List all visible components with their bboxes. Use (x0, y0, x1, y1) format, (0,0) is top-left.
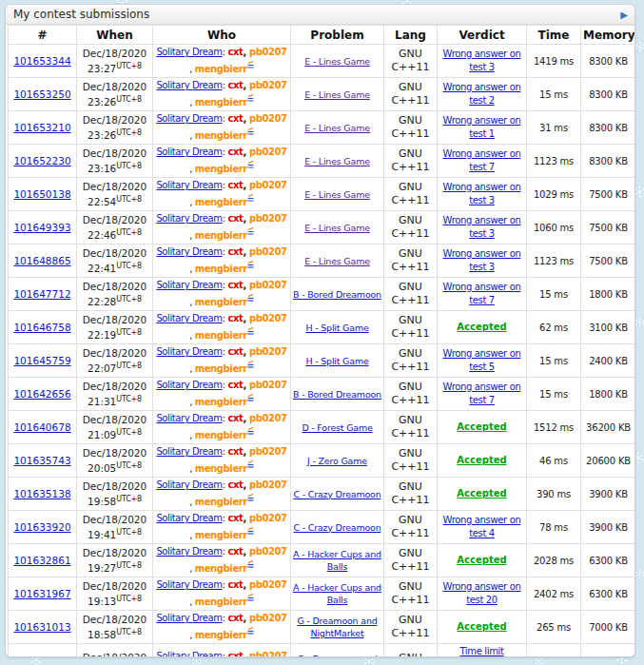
team-link[interactable]: Solitary Dream (156, 246, 222, 257)
team-link[interactable]: Solitary Dream (156, 651, 222, 657)
member-handle[interactable]: cxt (227, 380, 243, 390)
submission-id-link[interactable]: 101649393 (13, 222, 70, 233)
submission-id-link[interactable]: 101631013 (13, 621, 70, 633)
team-link[interactable]: Solitary Dream (156, 479, 222, 490)
verdict-link[interactable]: Wrong answer ontest 20 (443, 581, 521, 605)
problem-link[interactable]: B - Bored Dreamoon (293, 289, 381, 300)
team-link[interactable]: Solitary Dream (156, 147, 222, 157)
member-handle[interactable]: mengbierr (195, 397, 247, 407)
member-handle[interactable]: cxt (227, 313, 243, 323)
verdict-link[interactable]: Wrong answer ontest 3 (443, 182, 521, 205)
verdict-link[interactable]: Wrong answer ontest 1 (443, 115, 521, 139)
team-link[interactable]: Solitary Dream (156, 613, 222, 623)
problem-link[interactable]: A - Hacker Cups and Balls (293, 549, 381, 572)
submission-id-link[interactable]: 101642656 (13, 388, 70, 400)
member-handle[interactable]: pb0207 (249, 280, 287, 290)
member-handle[interactable]: mengbierr (195, 430, 247, 440)
member-handle[interactable]: cxt (227, 479, 243, 490)
member-handle[interactable]: pb0207 (249, 213, 287, 224)
member-handle[interactable]: mengbierr (195, 497, 247, 507)
verdict-link[interactable]: Wrong answer ontest 4 (443, 515, 521, 538)
verdict-link[interactable]: Wrong answer ontest 3 (443, 215, 521, 239)
problem-link[interactable]: E - Lines Game (304, 123, 370, 133)
problem-link[interactable]: E - Lines Game (304, 223, 370, 233)
submission-id-link[interactable]: 101645759 (13, 355, 70, 366)
team-link[interactable]: Solitary Dream (156, 80, 222, 90)
submission-id-link[interactable]: 101653344 (13, 55, 70, 67)
member-handle[interactable]: mengbierr (195, 363, 247, 374)
submission-id-link[interactable]: 101653210 (13, 122, 70, 133)
team-link[interactable]: Solitary Dream (156, 513, 222, 523)
member-handle[interactable]: mengbierr (195, 463, 247, 474)
team-link[interactable]: Solitary Dream (156, 213, 222, 224)
problem-link[interactable]: G - Dreamoon and NightMarket (297, 616, 377, 638)
submission-id-link[interactable]: 101632861 (13, 555, 70, 566)
member-handle[interactable]: cxt (227, 446, 243, 457)
problem-link[interactable]: J - Zero Game (307, 456, 367, 466)
submission-id-link[interactable]: 101647712 (13, 288, 70, 300)
member-handle[interactable]: mengbierr (195, 563, 247, 574)
verdict-link[interactable]: Accepted (457, 621, 506, 632)
member-handle[interactable]: mengbierr (195, 130, 247, 141)
member-handle[interactable]: mengbierr (195, 330, 247, 341)
member-handle[interactable]: cxt (227, 213, 243, 224)
member-handle[interactable]: mengbierr (195, 630, 247, 640)
team-link[interactable]: Solitary Dream (156, 113, 222, 124)
member-handle[interactable]: pb0207 (249, 479, 287, 490)
verdict-link[interactable]: Accepted (457, 555, 506, 565)
verdict-link[interactable]: Wrong answer ontest 7 (443, 381, 521, 405)
member-handle[interactable]: mengbierr (195, 297, 247, 307)
team-link[interactable]: Solitary Dream (156, 446, 222, 457)
member-handle[interactable]: mengbierr (195, 530, 247, 540)
problem-link[interactable]: H - Split Game (305, 323, 368, 333)
team-link[interactable]: Solitary Dream (156, 47, 222, 57)
verdict-link[interactable]: Wrong answer ontest 2 (443, 82, 521, 106)
member-handle[interactable]: pb0207 (249, 180, 287, 190)
expand-arrow-icon[interactable]: ▶ (620, 9, 628, 21)
verdict-link[interactable]: Wrong answer ontest 5 (443, 348, 521, 372)
member-handle[interactable]: mengbierr (195, 64, 247, 74)
member-handle[interactable]: cxt (227, 147, 243, 157)
submission-id-link[interactable]: 101635743 (13, 455, 70, 466)
team-link[interactable]: Solitary Dream (156, 413, 222, 423)
team-link[interactable]: Solitary Dream (156, 346, 222, 357)
submission-id-link[interactable]: 101633920 (13, 521, 70, 533)
submission-id-link[interactable]: 101648865 (13, 255, 70, 266)
member-handle[interactable]: cxt (227, 651, 243, 657)
member-handle[interactable]: mengbierr (195, 597, 247, 607)
member-handle[interactable]: pb0207 (249, 147, 287, 157)
problem-link[interactable]: E - Lines Game (304, 256, 370, 266)
problem-link[interactable]: E - Lines Game (304, 89, 370, 100)
team-link[interactable]: Solitary Dream (156, 380, 222, 390)
problem-link[interactable]: C - Crazy Dreamoon (293, 522, 381, 533)
member-handle[interactable]: pb0207 (249, 380, 287, 390)
problem-link[interactable]: C - Crazy Dreamoon (293, 489, 381, 499)
member-handle[interactable]: pb0207 (249, 579, 287, 590)
member-handle[interactable]: mengbierr (195, 264, 247, 274)
member-handle[interactable]: pb0207 (249, 113, 287, 124)
member-handle[interactable]: mengbierr (195, 164, 247, 174)
member-handle[interactable]: cxt (227, 613, 243, 623)
verdict-link[interactable]: Wrong answer ontest 7 (443, 148, 521, 172)
member-handle[interactable]: cxt (227, 180, 243, 190)
team-link[interactable]: Solitary Dream (156, 579, 222, 590)
verdict-link[interactable]: Accepted (457, 455, 506, 465)
member-handle[interactable]: pb0207 (249, 80, 287, 90)
verdict-link[interactable]: Wrong answer ontest 7 (443, 282, 521, 305)
submission-id-link[interactable]: 101646758 (13, 322, 70, 333)
team-link[interactable]: Solitary Dream (156, 313, 222, 323)
submission-id-link[interactable]: 101640678 (13, 421, 70, 433)
member-handle[interactable]: pb0207 (249, 413, 287, 423)
problem-link[interactable]: E - Lines Game (304, 189, 370, 200)
submission-id-link[interactable]: 101635138 (13, 488, 70, 499)
problem-link[interactable]: A - Hacker Cups and Balls (293, 582, 381, 605)
verdict-link[interactable]: Accepted (457, 421, 506, 432)
member-handle[interactable]: pb0207 (249, 513, 287, 523)
member-handle[interactable]: pb0207 (249, 346, 287, 357)
submission-id-link[interactable]: 101653250 (13, 88, 70, 100)
member-handle[interactable]: cxt (227, 246, 243, 257)
problem-link[interactable]: G - Dreamoon and NightMarket (297, 654, 377, 657)
verdict-link[interactable]: Wrong answer ontest 3 (443, 49, 521, 72)
problem-link[interactable]: H - Split Game (305, 356, 368, 366)
member-handle[interactable]: pb0207 (249, 246, 287, 257)
